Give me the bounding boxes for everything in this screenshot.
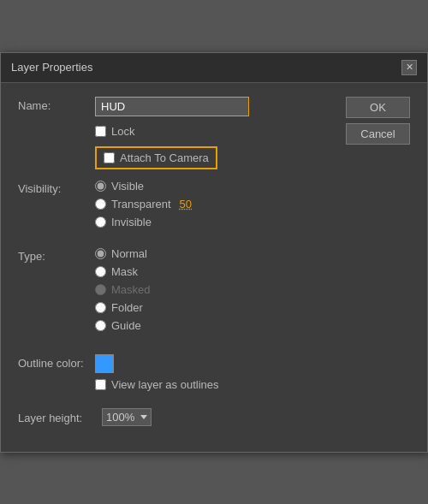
type-normal-row: Normal [95,247,329,260]
view-outlines-label: View layer as outlines [111,378,219,391]
type-folder-row: Folder [95,301,329,314]
visibility-transparent-label: Transparent [111,198,171,210]
attach-camera-checkbox[interactable] [104,152,115,163]
type-label: Type: [18,247,95,263]
type-guide-radio[interactable] [95,320,106,331]
name-label: Name: [18,97,95,112]
outline-color-row: Outline color: View layer as outlines [18,354,410,391]
type-masked-label: Masked [111,283,151,296]
type-folder-label: Folder [111,301,143,314]
ok-button[interactable]: OK [346,97,410,118]
outline-color-label: Outline color: [18,354,95,370]
visibility-visible-label: Visible [111,180,144,193]
lock-label: Lock [111,125,134,138]
visibility-visible-radio[interactable] [95,181,106,192]
layer-height-row: Layer height: 100% 75% 50% 25% [18,408,410,426]
type-guide-label: Guide [111,319,141,332]
view-outlines-checkbox[interactable] [95,379,106,390]
layer-height-label: Layer height: [18,409,95,424]
attach-camera-row: Attach To Camera [95,145,329,169]
visibility-label: Visibility: [18,180,95,195]
outline-color-section [95,354,410,373]
layer-properties-dialog: Layer Properties ✕ Name: Lock [0,52,428,453]
visibility-content: Visible Transparent 50 Invisible [95,180,329,228]
name-input[interactable] [95,97,249,116]
close-button[interactable]: ✕ [401,60,417,75]
type-mask-row: Mask [95,265,329,278]
type-mask-radio[interactable] [95,266,106,277]
name-row: Name: [18,97,329,116]
type-normal-radio[interactable] [95,248,106,259]
visibility-invisible-label: Invisible [111,216,152,228]
type-masked-row: Masked [95,283,329,296]
cancel-button[interactable]: Cancel [346,123,410,145]
visibility-transparent-row: Transparent 50 [95,198,329,210]
attach-camera-label: Attach To Camera [120,151,209,164]
left-section: Name: Lock Attach To Camer [18,97,329,341]
visibility-transparent-radio[interactable] [95,199,106,210]
outline-color-swatch[interactable] [95,354,114,373]
transparent-value: 50 [180,198,192,210]
visibility-visible-row: Visible [95,180,329,193]
view-outlines-row: View layer as outlines [95,378,410,391]
lock-checkbox[interactable] [95,126,106,137]
lock-checkbox-row: Lock [95,125,134,138]
dialog-body: Name: Lock Attach To Camer [1,83,427,452]
visibility-invisible-radio[interactable] [95,216,106,228]
type-guide-row: Guide [95,319,329,332]
lock-row: Lock [95,125,329,138]
type-normal-label: Normal [111,247,147,260]
type-content: Normal Mask Masked Folder [95,247,329,332]
dialog-title: Layer Properties [11,61,92,74]
right-buttons: OK Cancel [346,97,410,341]
type-masked-radio[interactable] [95,284,106,295]
type-folder-radio[interactable] [95,302,106,313]
type-row: Type: Normal Mask Masked [18,247,329,332]
title-bar: Layer Properties ✕ [1,53,427,83]
attach-camera-box: Attach To Camera [95,146,217,169]
visibility-row: Visibility: Visible Transparent 50 [18,180,329,228]
dropdown-arrow-icon [140,415,147,419]
name-content [95,97,329,116]
top-section: Name: Lock Attach To Camer [18,97,410,341]
layer-height-select-wrapper: 100% 75% 50% 25% [102,408,152,426]
outline-color-content: View layer as outlines [95,354,410,391]
visibility-invisible-row: Invisible [95,216,329,228]
type-mask-label: Mask [111,265,138,278]
layer-height-select[interactable]: 100% 75% 50% 25% [106,411,137,424]
